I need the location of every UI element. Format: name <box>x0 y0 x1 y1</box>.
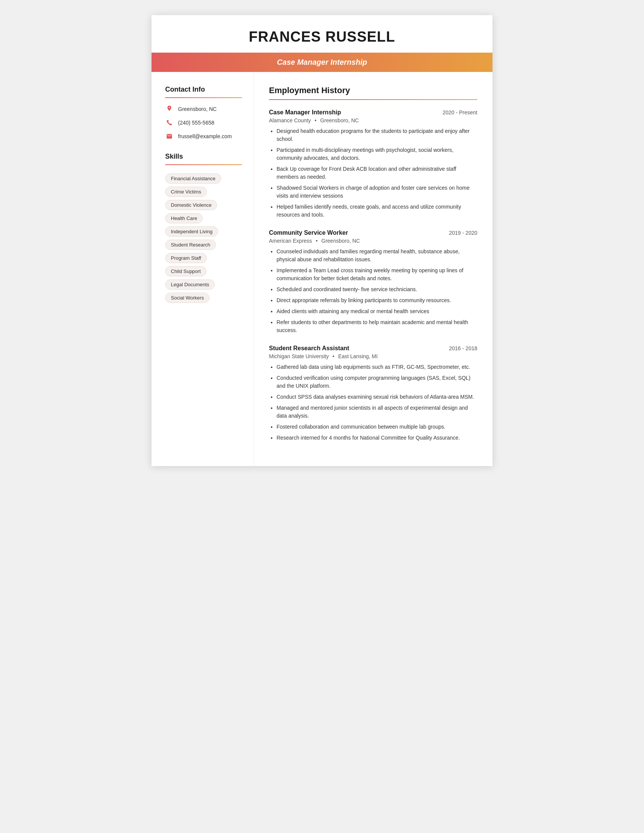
job-date: 2020 - Present <box>443 109 477 116</box>
job-bullet: Participated in multi-disciplinary meeti… <box>277 146 477 162</box>
resume-header: FRANCES RUSSELL <box>151 15 493 53</box>
job-bullet: Aided clients with attaining any medical… <box>277 307 477 315</box>
skills-divider <box>165 164 242 165</box>
skill-tag: Domestic Violence <box>165 200 217 210</box>
job-title: Student Research Assistant <box>269 345 349 352</box>
skills-tags-container: Financial AssistanceCrime VictimsDomesti… <box>165 172 242 304</box>
job-bullet: Back Up coverage for Front Desk ACB loca… <box>277 165 477 181</box>
job-bullet: Managed and mentored junior scientists i… <box>277 404 477 420</box>
job-bullet: Helped families identify needs, create g… <box>277 203 477 219</box>
job-date: 2016 - 2018 <box>449 345 477 351</box>
skill-tag: Financial Assistance <box>165 174 221 183</box>
skill-tag: Program Staff <box>165 253 207 263</box>
skill-tag: Social Workers <box>165 293 209 303</box>
job-entry: Student Research Assistant2016 - 2018Mic… <box>269 345 477 442</box>
skill-tag: Child Support <box>165 266 206 277</box>
job-bullets: Counseled individuals and families regar… <box>269 248 477 334</box>
skills-section: Skills Financial AssistanceCrime Victims… <box>165 153 242 304</box>
candidate-title: Case Manager Internship <box>167 58 477 67</box>
skill-tag: Crime Victims <box>165 187 207 197</box>
email-icon <box>165 132 174 140</box>
job-bullet: Research interned for 4 months for Natio… <box>277 434 477 442</box>
sidebar: Contact Info Greensboro, NC <box>151 72 254 466</box>
job-entry: Community Service Worker2019 - 2020Ameri… <box>269 230 477 334</box>
skills-section-title: Skills <box>165 153 242 161</box>
job-entry: Case Manager Internship2020 - PresentAla… <box>269 109 477 219</box>
job-bullet: Conducted verification using computer pr… <box>277 374 477 390</box>
job-bullet: Refer students to other departments to h… <box>277 318 477 334</box>
resume-body: Contact Info Greensboro, NC <box>151 72 493 466</box>
location-icon <box>165 105 174 113</box>
skill-tag: Legal Documents <box>165 280 215 289</box>
candidate-name: FRANCES RUSSELL <box>167 29 477 45</box>
job-bullets: Designed health education programs for t… <box>269 127 477 219</box>
title-banner: Case Manager Internship <box>151 53 493 72</box>
skill-tag: Independent Living <box>165 227 218 236</box>
phone-icon <box>165 119 174 127</box>
job-company: Alamance County • Greensboro, NC <box>269 117 477 124</box>
job-header: Student Research Assistant2016 - 2018 <box>269 345 477 352</box>
skill-tag: Student Research <box>165 240 216 250</box>
contact-section-title: Contact Info <box>165 85 242 93</box>
jobs-container: Case Manager Internship2020 - PresentAla… <box>269 109 477 442</box>
job-bullet: Scheduled and coordinated twenty- five s… <box>277 286 477 293</box>
job-header: Case Manager Internship2020 - Present <box>269 109 477 116</box>
contact-phone-text: (240) 555-5658 <box>178 120 214 126</box>
contact-phone: (240) 555-5658 <box>165 119 242 127</box>
main-content: Employment History Case Manager Internsh… <box>254 72 493 466</box>
job-bullet: Gathered lab data using lab equipments s… <box>277 363 477 371</box>
job-bullet: Direct appropriate referrals by linking … <box>277 296 477 304</box>
job-bullet: Conduct SPSS data analyses examining sex… <box>277 393 477 401</box>
job-header: Community Service Worker2019 - 2020 <box>269 230 477 236</box>
job-bullet: Shadowed Social Workers in charge of ado… <box>277 184 477 200</box>
contact-location: Greensboro, NC <box>165 105 242 113</box>
job-company: Michigan State University • East Lansing… <box>269 353 477 359</box>
job-bullet: Counseled individuals and families regar… <box>277 248 477 264</box>
job-bullet: Implemented a Team Lead cross training w… <box>277 267 477 283</box>
job-date: 2019 - 2020 <box>449 230 477 236</box>
contact-email-text: frussell@example.com <box>178 133 232 139</box>
employment-divider <box>269 99 477 100</box>
job-bullets: Gathered lab data using lab equipments s… <box>269 363 477 442</box>
resume-container: FRANCES RUSSELL Case Manager Internship … <box>151 15 493 466</box>
job-title: Case Manager Internship <box>269 109 341 116</box>
job-bullet: Fostered collaboration and communication… <box>277 423 477 431</box>
contact-section: Contact Info Greensboro, NC <box>165 85 242 140</box>
contact-email: frussell@example.com <box>165 132 242 140</box>
contact-divider <box>165 97 242 98</box>
contact-location-text: Greensboro, NC <box>178 106 217 112</box>
skill-tag: Health Care <box>165 213 203 224</box>
employment-section-title: Employment History <box>269 85 477 95</box>
job-bullet: Designed health education programs for t… <box>277 127 477 143</box>
job-title: Community Service Worker <box>269 230 348 236</box>
job-company: American Express • Greensboro, NC <box>269 238 477 244</box>
